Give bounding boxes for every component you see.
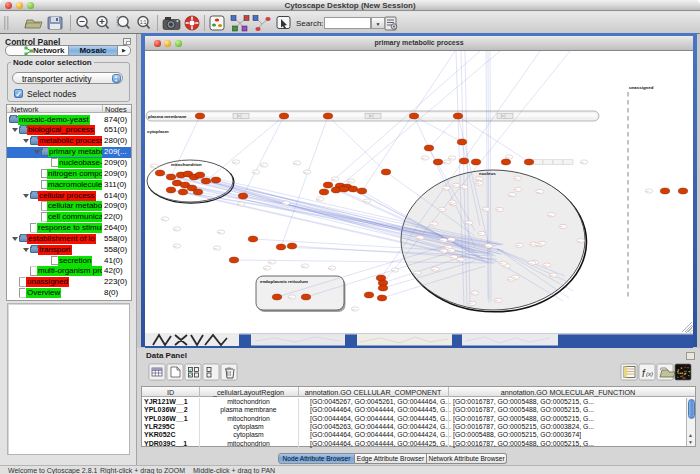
svg-text:(x): (x) [646, 371, 653, 377]
svg-text:1:1: 1:1 [140, 20, 147, 25]
